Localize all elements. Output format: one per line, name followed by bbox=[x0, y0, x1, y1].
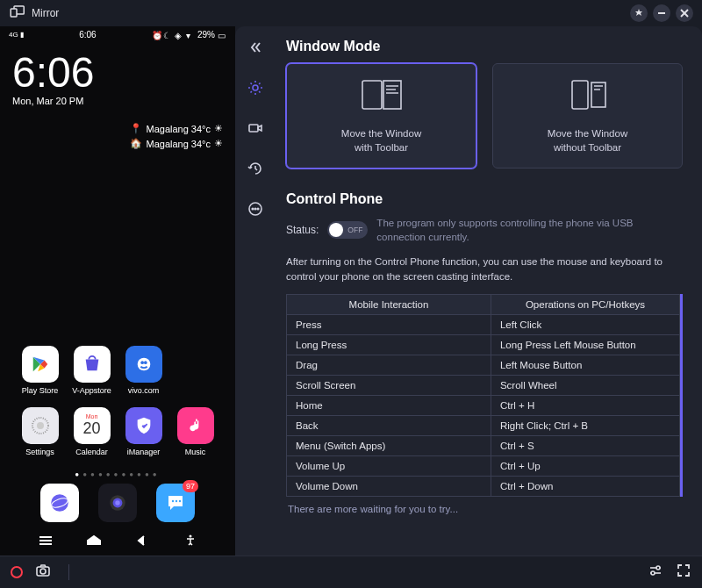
wifi-icon: ◈ bbox=[175, 31, 183, 39]
svg-point-40 bbox=[656, 566, 660, 570]
alarm-icon: ⏰ bbox=[152, 31, 161, 39]
table-row: Scroll ScreenScroll Wheel bbox=[287, 375, 680, 395]
svg-point-22 bbox=[253, 85, 258, 90]
window-notoolbar-icon bbox=[563, 77, 612, 116]
status-time: 6:06 bbox=[24, 30, 152, 39]
window-mode-title: Window Mode bbox=[286, 39, 683, 54]
control-description: After turning on the Control Phone funct… bbox=[286, 255, 683, 285]
table-row: HomeCtrl + H bbox=[287, 395, 680, 415]
svg-point-42 bbox=[651, 571, 655, 575]
svg-point-17 bbox=[179, 500, 181, 502]
app-grid: Play Store V-Appstore vivo.com Settings … bbox=[0, 325, 235, 456]
bottombar bbox=[0, 556, 702, 588]
app-playstore[interactable]: Play Store bbox=[14, 346, 66, 395]
home-icon: 🏠 bbox=[130, 138, 142, 149]
dnd-icon: ☾ bbox=[163, 31, 172, 39]
side-rail bbox=[235, 26, 276, 556]
phone-mirror-pane[interactable]: 4G ▮ 6:06 ⏰ ☾ ◈ ▾ 29% ▭ 6:06 Mon, Mar 20… bbox=[0, 26, 235, 556]
settings-tab[interactable] bbox=[243, 75, 268, 100]
badge: 97 bbox=[183, 480, 198, 492]
svg-rect-1 bbox=[11, 9, 17, 17]
svg-point-9 bbox=[37, 422, 44, 429]
sun-icon: ☀ bbox=[214, 123, 223, 134]
mode-with-toolbar[interactable]: Move the Windowwith Toolbar bbox=[286, 63, 476, 169]
more-tab[interactable] bbox=[243, 197, 268, 221]
pin-button[interactable] bbox=[630, 4, 648, 22]
dock-messages[interactable]: 97 bbox=[156, 484, 195, 522]
app-imanager[interactable]: iManager bbox=[118, 407, 169, 456]
svg-point-26 bbox=[254, 208, 256, 210]
app-title: Mirror bbox=[32, 7, 59, 19]
app-calendar[interactable]: Mon20Calendar bbox=[66, 407, 118, 456]
record-button[interactable] bbox=[11, 566, 23, 578]
page-indicator[interactable]: ●●●●●●●●●●● bbox=[0, 470, 235, 478]
nav-home-icon[interactable] bbox=[86, 534, 102, 550]
pin-icon: 📍 bbox=[130, 123, 142, 134]
svg-rect-28 bbox=[362, 81, 382, 109]
control-toggle[interactable]: OFF bbox=[327, 221, 368, 239]
app-vivocom[interactable]: vivo.com bbox=[118, 346, 169, 395]
table-row: Long PressLong Press Left Mouse Button bbox=[287, 334, 680, 355]
table-row: PressLeft Click bbox=[287, 314, 680, 334]
svg-point-38 bbox=[40, 569, 46, 574]
nav-menu-icon[interactable] bbox=[38, 534, 54, 550]
nav-accessibility-icon[interactable] bbox=[183, 534, 198, 550]
table-row: DragLeft Mouse Button bbox=[287, 355, 680, 375]
content-pane: Window Mode Move the Windowwith Toolbar … bbox=[276, 26, 702, 556]
dock-camera[interactable] bbox=[98, 484, 137, 522]
table-row: Menu (Switch Apps)Ctrl + S bbox=[287, 435, 680, 455]
control-phone-title: Control Phone bbox=[286, 191, 683, 207]
cast-icon bbox=[9, 5, 25, 21]
mode-label: Move the Windowwithout Toolbar bbox=[548, 126, 627, 154]
svg-point-10 bbox=[51, 494, 68, 512]
fullscreen-icon[interactable] bbox=[676, 563, 691, 582]
svg-point-15 bbox=[172, 500, 174, 502]
close-button[interactable] bbox=[676, 4, 693, 22]
weather-widget[interactable]: 📍Magalang 34°c☀ 🏠Magalang 34°c☀ bbox=[130, 123, 223, 153]
svg-rect-29 bbox=[383, 81, 401, 109]
date-line: Mon, Mar 20 PM bbox=[12, 96, 223, 106]
sun-icon: ☀ bbox=[214, 138, 223, 149]
hotkey-table: Mobile Interaction Operations on PC/Hotk… bbox=[286, 294, 683, 497]
signal-icon: 4G ▮ bbox=[9, 31, 24, 39]
history-tab[interactable] bbox=[243, 156, 268, 181]
app-settings[interactable]: Settings bbox=[14, 407, 66, 456]
wifi-icon: ▾ bbox=[186, 31, 195, 39]
dock: 97 bbox=[0, 484, 235, 529]
battery-icon: ▭ bbox=[218, 31, 226, 39]
try-note: There are more waiting for you to try... bbox=[286, 497, 683, 521]
th-mobile: Mobile Interaction bbox=[287, 294, 491, 314]
table-row: BackRight Click; Ctrl + B bbox=[287, 415, 680, 435]
phone-status-bar: 4G ▮ 6:06 ⏰ ☾ ◈ ▾ 29% ▭ bbox=[0, 26, 235, 41]
battery-text: 29% bbox=[197, 30, 215, 39]
phone-navbar bbox=[0, 529, 235, 556]
nav-back-icon[interactable] bbox=[134, 534, 150, 550]
svg-point-14 bbox=[115, 500, 119, 505]
weather-line: Magalang 34°c bbox=[146, 124, 211, 134]
svg-point-5 bbox=[137, 358, 150, 371]
collapse-button[interactable] bbox=[243, 35, 268, 60]
minimize-button[interactable] bbox=[653, 4, 670, 22]
mode-without-toolbar[interactable]: Move the Windowwithout Toolbar bbox=[492, 63, 683, 169]
app-music[interactable]: Music bbox=[169, 407, 221, 456]
svg-point-7 bbox=[144, 361, 147, 364]
app-vappstore[interactable]: V-Appstore bbox=[66, 346, 118, 395]
dock-browser[interactable] bbox=[40, 484, 79, 522]
status-label: Status: bbox=[286, 224, 319, 236]
record-tab[interactable] bbox=[243, 116, 268, 140]
screenshot-button[interactable] bbox=[35, 563, 51, 582]
th-pc: Operations on PC/Hotkeys bbox=[491, 294, 679, 314]
svg-point-16 bbox=[176, 500, 177, 502]
table-row: Volume DownCtrl + Down bbox=[287, 476, 680, 496]
titlebar: Mirror bbox=[0, 0, 702, 26]
svg-rect-23 bbox=[249, 125, 258, 132]
weather-line: Magalang 34°c bbox=[146, 139, 211, 149]
svg-rect-33 bbox=[572, 81, 588, 109]
big-clock: 6:06 bbox=[12, 52, 223, 94]
svg-point-25 bbox=[252, 208, 254, 210]
settings-slider-icon[interactable] bbox=[648, 563, 663, 582]
svg-point-21 bbox=[189, 535, 191, 538]
svg-point-6 bbox=[140, 361, 144, 364]
svg-point-27 bbox=[257, 208, 259, 210]
window-toolbar-icon bbox=[357, 77, 406, 116]
